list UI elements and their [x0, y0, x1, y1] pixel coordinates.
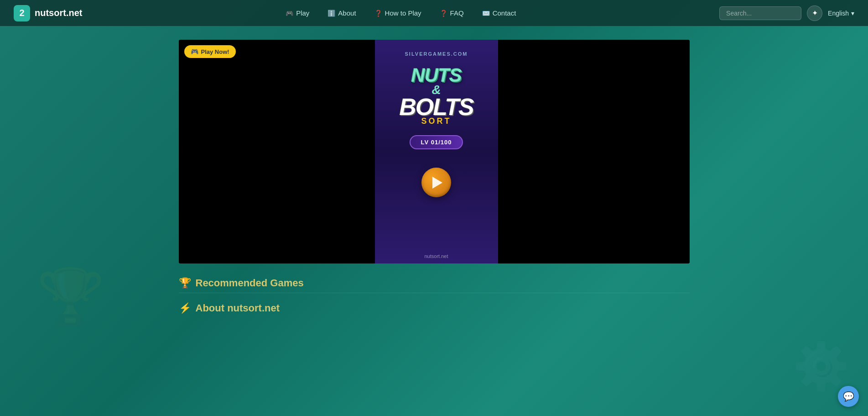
recommended-games-title: 🏆 Recommended Games	[179, 277, 690, 289]
level-label: LV 01/100	[421, 139, 452, 146]
logo-text: nutsort.net	[35, 8, 82, 18]
chat-bubble-button[interactable]: 💬	[838, 386, 859, 407]
play-badge-icon: 🎮	[191, 48, 198, 55]
bolt-icon: ⚡	[179, 302, 191, 314]
game-wrapper: 🎮 Play Now! SILVERGAMES.COM NUTS & BOLTS…	[179, 40, 690, 263]
trophy-icon: 🏆	[179, 277, 191, 289]
language-label: English	[828, 10, 849, 17]
chat-icon: 💬	[843, 391, 854, 402]
site-header: 2 nutsort.net 🎮 Play ℹ️ About ❓ How to P…	[0, 0, 868, 26]
contact-icon: ✉️	[482, 10, 490, 17]
nav-label-contact: Contact	[493, 9, 516, 17]
game-left-panel	[179, 40, 375, 263]
nav-label-about: About	[338, 9, 356, 17]
logo-bolts-text: BOLTS	[399, 95, 473, 119]
bg-decoration-right: ⚙️	[793, 339, 850, 393]
sections-area: 🏆 Recommended Games ⚡ About nutsort.net	[179, 277, 690, 318]
play-triangle-icon	[432, 177, 442, 189]
main-content: 🎮 Play Now! SILVERGAMES.COM NUTS & BOLTS…	[0, 26, 868, 327]
play-now-label: Play Now!	[201, 48, 229, 55]
nav-label-faq: FAQ	[450, 9, 464, 17]
about-label: About nutsort.net	[196, 302, 280, 314]
game-screen: SILVERGAMES.COM NUTS & BOLTS SORT LV 01/…	[375, 40, 498, 263]
play-button[interactable]	[421, 168, 451, 197]
game-right-panel	[498, 40, 690, 263]
nav-label-play: Play	[296, 9, 309, 17]
game-footer-label: nutsort.net	[425, 253, 448, 259]
nav-item-about[interactable]: ℹ️ About	[318, 0, 365, 26]
game-logo: NUTS & BOLTS SORT	[399, 66, 473, 126]
chevron-down-icon: ▾	[851, 10, 854, 17]
recommended-games-section: 🏆 Recommended Games	[179, 277, 690, 293]
nav-item-play[interactable]: 🎮 Play	[276, 0, 318, 26]
about-icon: ℹ️	[327, 10, 335, 17]
logo-nuts-text: NUTS	[411, 66, 461, 85]
play-now-badge[interactable]: 🎮 Play Now!	[184, 45, 236, 58]
search-input[interactable]	[719, 6, 801, 20]
nav-item-faq[interactable]: ❓ FAQ	[431, 0, 473, 26]
logo-icon: 2	[14, 5, 30, 21]
nav-label-how-to-play: How to Play	[385, 9, 421, 17]
play-icon: 🎮	[286, 10, 293, 17]
main-nav: 🎮 Play ℹ️ About ❓ How to Play ❓ FAQ ✉️ C…	[100, 0, 701, 26]
logo-sort-text: SORT	[421, 116, 451, 126]
silvergames-label: SILVERGAMES.COM	[405, 51, 468, 57]
language-selector[interactable]: English ▾	[828, 10, 854, 17]
nav-item-how-to-play[interactable]: ❓ How to Play	[365, 0, 431, 26]
logo-link[interactable]: 2 nutsort.net	[14, 5, 82, 21]
recommended-divider	[179, 293, 690, 293]
about-title: ⚡ About nutsort.net	[179, 302, 690, 314]
level-badge: LV 01/100	[410, 135, 463, 149]
about-section: ⚡ About nutsort.net	[179, 302, 690, 314]
header-right: ✦ English ▾	[719, 5, 854, 21]
recommended-games-label: Recommended Games	[196, 277, 304, 289]
nav-item-contact[interactable]: ✉️ Contact	[473, 0, 525, 26]
how-to-play-icon: ❓	[374, 10, 382, 17]
faq-icon: ❓	[440, 10, 447, 17]
theme-toggle-button[interactable]: ✦	[807, 5, 822, 21]
